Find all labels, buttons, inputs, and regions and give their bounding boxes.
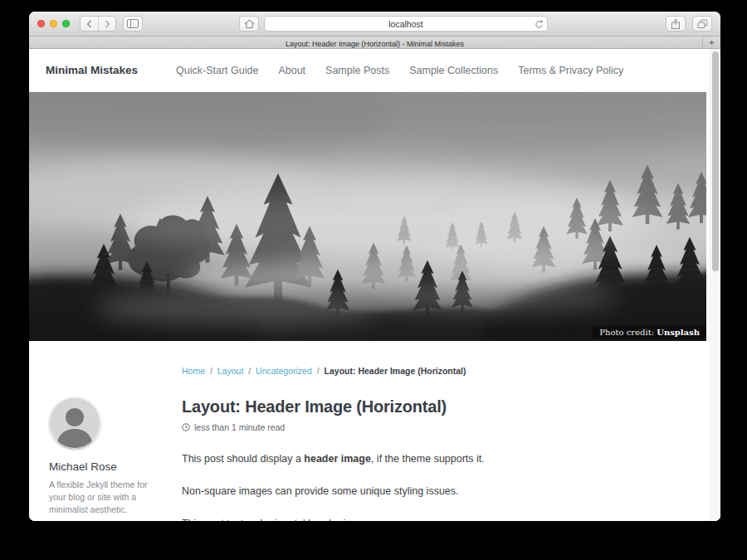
- chevron-left-icon: [86, 20, 93, 28]
- breadcrumb-separator: /: [317, 366, 320, 376]
- history-nav-group: [80, 16, 116, 32]
- paragraph-1-text: This post should display a: [182, 453, 304, 465]
- masthead: Minimal Mistakes Quick-Start Guide About…: [29, 49, 720, 92]
- paragraph-2: Non-square images can provide some uniqu…: [182, 484, 680, 499]
- tab-bar: Layout: Header Image (Horizontal) - Mini…: [29, 37, 720, 49]
- window-controls: [37, 20, 70, 27]
- sidebar-icon: [127, 19, 139, 28]
- article: Layout: Header Image (Horizontal) less t…: [182, 397, 680, 521]
- breadcrumb-separator: /: [248, 366, 251, 376]
- scrollbar-track[interactable]: [710, 49, 720, 521]
- browser-toolbar: localhost: [29, 12, 720, 37]
- scrollbar-thumb[interactable]: [712, 51, 719, 271]
- forward-button[interactable]: [98, 17, 115, 31]
- paragraph-1-text: , if the theme supports it.: [371, 453, 485, 465]
- breadcrumb-current: Layout: Header Image (Horizontal): [325, 366, 466, 376]
- author-name: Michael Rose: [49, 460, 162, 473]
- nav-link-terms-privacy[interactable]: Terms & Privacy Policy: [518, 65, 623, 76]
- site-title-link[interactable]: Minimal Mistakes: [46, 64, 138, 76]
- author-bio: A flexible Jekyll theme for your blog or…: [49, 479, 149, 517]
- avatar: [49, 397, 100, 449]
- share-icon: [671, 18, 681, 30]
- nav-link-sample-collections[interactable]: Sample Collections: [409, 65, 498, 76]
- breadcrumb-separator: /: [210, 366, 212, 376]
- tabs-overview-icon: [697, 19, 708, 29]
- tab-title: Layout: Header Image (Horizontal) - Mini…: [286, 40, 464, 48]
- close-window-button[interactable]: [37, 20, 45, 27]
- reload-icon: [535, 20, 544, 29]
- breadcrumb-link-home[interactable]: Home: [182, 366, 205, 376]
- share-button[interactable]: [666, 16, 686, 32]
- page-viewport: Minimal Mistakes Quick-Start Guide About…: [29, 49, 720, 521]
- reload-button[interactable]: [535, 19, 544, 32]
- paragraph-1-bold: header image: [304, 453, 371, 465]
- foggy-forest-photo: [29, 92, 706, 341]
- page-title: Layout: Header Image (Horizontal): [182, 397, 680, 416]
- author-sidebar: Michael Rose A flexible Jekyll theme for…: [49, 397, 162, 521]
- nav-link-about[interactable]: About: [278, 65, 305, 76]
- new-tab-button[interactable]: +: [702, 37, 720, 48]
- chevron-right-icon: [104, 20, 110, 28]
- header-image: Photo credit: Unsplash: [29, 92, 706, 341]
- read-time: less than 1 minute read: [194, 422, 285, 432]
- home-icon: [244, 19, 255, 29]
- article-meta: less than 1 minute read: [182, 422, 680, 432]
- photo-credit-label: Photo credit:: [599, 328, 657, 337]
- home-button[interactable]: [239, 16, 259, 32]
- page-content: Michael Rose A flexible Jekyll theme for…: [29, 397, 720, 521]
- photo-credit-link[interactable]: Unsplash: [657, 328, 700, 337]
- sidebar-toggle-button[interactable]: [123, 16, 143, 32]
- active-tab[interactable]: Layout: Header Image (Horizontal) - Mini…: [29, 35, 720, 50]
- nav-link-quick-start-guide[interactable]: Quick-Start Guide: [176, 65, 258, 76]
- site-nav: Quick-Start Guide About Sample Posts Sam…: [176, 65, 623, 76]
- nav-link-sample-posts[interactable]: Sample Posts: [325, 65, 389, 76]
- address-url[interactable]: localhost: [388, 19, 422, 29]
- address-bar[interactable]: localhost: [264, 16, 548, 32]
- fullscreen-window-button[interactable]: [62, 20, 70, 27]
- breadcrumb: Home / Layout / Uncategorized / Layout: …: [182, 366, 720, 376]
- back-button[interactable]: [81, 17, 98, 31]
- browser-window: localhost Layout: Header Image (Horizont…: [29, 12, 720, 521]
- breadcrumb-link-uncategorized[interactable]: Uncategorized: [256, 366, 312, 376]
- show-all-tabs-button[interactable]: [692, 16, 712, 32]
- breadcrumb-link-layout[interactable]: Layout: [217, 366, 244, 376]
- photo-credit: Photo credit: Unsplash: [593, 326, 706, 338]
- paragraph-3: This post tests a horizontal header imag…: [182, 516, 680, 522]
- clock-icon: [182, 423, 190, 431]
- minimize-window-button[interactable]: [50, 20, 57, 27]
- paragraph-1: This post should display a header image,…: [182, 451, 680, 467]
